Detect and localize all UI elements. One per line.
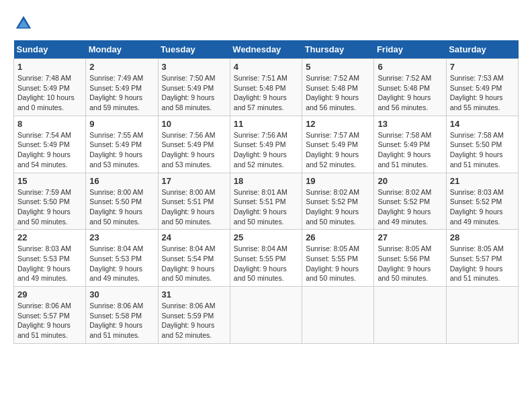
calendar-cell: 18 Sunrise: 8:01 AM Sunset: 5:51 PM Dayl… [230,173,302,230]
day-info: Sunrise: 8:06 AM Sunset: 5:59 PM Dayligh… [162,301,226,340]
day-number: 13 [378,119,442,129]
day-number: 28 [450,232,515,242]
calendar-cell: 8 Sunrise: 7:54 AM Sunset: 5:49 PM Dayli… [14,116,86,173]
day-number: 7 [450,62,515,72]
calendar-cell: 26 Sunrise: 8:05 AM Sunset: 5:55 PM Dayl… [302,230,374,287]
calendar-week-row: 1 Sunrise: 7:48 AM Sunset: 5:49 PM Dayli… [14,59,519,116]
day-info: Sunrise: 8:04 AM Sunset: 5:53 PM Dayligh… [89,244,154,283]
calendar-cell: 29 Sunrise: 8:06 AM Sunset: 5:57 PM Dayl… [14,287,86,344]
calendar-cell: 12 Sunrise: 7:57 AM Sunset: 5:49 PM Dayl… [302,116,374,173]
day-info: Sunrise: 8:05 AM Sunset: 5:56 PM Dayligh… [378,244,442,283]
calendar-cell [446,287,518,344]
day-info: Sunrise: 7:50 AM Sunset: 5:49 PM Dayligh… [162,73,226,113]
day-info: Sunrise: 8:01 AM Sunset: 5:51 PM Dayligh… [234,187,298,227]
calendar-cell: 24 Sunrise: 8:04 AM Sunset: 5:54 PM Dayl… [158,230,230,287]
day-info: Sunrise: 8:00 AM Sunset: 5:50 PM Dayligh… [89,187,154,227]
calendar-cell: 14 Sunrise: 7:58 AM Sunset: 5:50 PM Dayl… [446,116,518,173]
day-info: Sunrise: 8:02 AM Sunset: 5:52 PM Dayligh… [306,187,370,227]
calendar-cell: 15 Sunrise: 7:59 AM Sunset: 5:50 PM Dayl… [14,173,86,230]
calendar-body: 1 Sunrise: 7:48 AM Sunset: 5:49 PM Dayli… [14,59,519,344]
day-info: Sunrise: 7:56 AM Sunset: 5:49 PM Dayligh… [162,130,226,170]
day-number: 21 [450,176,515,186]
calendar-cell: 30 Sunrise: 8:06 AM Sunset: 5:58 PM Dayl… [86,287,158,344]
day-info: Sunrise: 7:49 AM Sunset: 5:49 PM Dayligh… [89,73,154,113]
day-number: 10 [162,119,226,129]
day-info: Sunrise: 7:52 AM Sunset: 5:48 PM Dayligh… [306,73,370,113]
calendar-cell: 22 Sunrise: 8:03 AM Sunset: 5:53 PM Dayl… [14,230,86,287]
day-info: Sunrise: 7:52 AM Sunset: 5:48 PM Dayligh… [378,73,442,113]
calendar-cell: 7 Sunrise: 7:53 AM Sunset: 5:49 PM Dayli… [446,59,518,116]
day-number: 22 [17,232,82,242]
day-info: Sunrise: 7:56 AM Sunset: 5:49 PM Dayligh… [234,130,298,170]
day-number: 31 [162,289,226,300]
day-header: Monday [86,40,158,59]
day-number: 4 [234,62,298,72]
day-number: 11 [234,119,298,129]
day-number: 20 [378,176,442,186]
day-number: 15 [17,176,82,186]
calendar-cell: 9 Sunrise: 7:55 AM Sunset: 5:49 PM Dayli… [86,116,158,173]
calendar-cell: 17 Sunrise: 8:00 AM Sunset: 5:51 PM Dayl… [158,173,230,230]
day-number: 19 [306,176,370,186]
day-number: 17 [162,176,226,186]
day-number: 16 [89,176,154,186]
calendar-header-row: SundayMondayTuesdayWednesdayThursdayFrid… [14,40,519,59]
day-number: 1 [17,62,82,72]
calendar-cell: 2 Sunrise: 7:49 AM Sunset: 5:49 PM Dayli… [86,59,158,116]
day-number: 9 [89,119,154,129]
calendar-cell: 1 Sunrise: 7:48 AM Sunset: 5:49 PM Dayli… [14,59,86,116]
calendar-cell: 10 Sunrise: 7:56 AM Sunset: 5:49 PM Dayl… [158,116,230,173]
calendar-cell: 16 Sunrise: 8:00 AM Sunset: 5:50 PM Dayl… [86,173,158,230]
day-info: Sunrise: 8:04 AM Sunset: 5:55 PM Dayligh… [234,244,298,283]
calendar-cell: 25 Sunrise: 8:04 AM Sunset: 5:55 PM Dayl… [230,230,302,287]
day-info: Sunrise: 7:53 AM Sunset: 5:49 PM Dayligh… [450,73,515,113]
calendar-week-row: 8 Sunrise: 7:54 AM Sunset: 5:49 PM Dayli… [14,116,519,173]
day-number: 12 [306,119,370,129]
day-info: Sunrise: 8:05 AM Sunset: 5:55 PM Dayligh… [306,244,370,283]
day-info: Sunrise: 7:59 AM Sunset: 5:50 PM Dayligh… [17,187,82,227]
day-number: 8 [17,119,82,129]
day-number: 25 [234,232,298,242]
calendar-cell: 28 Sunrise: 8:05 AM Sunset: 5:57 PM Dayl… [446,230,518,287]
calendar-cell: 4 Sunrise: 7:51 AM Sunset: 5:48 PM Dayli… [230,59,302,116]
calendar-cell [302,287,374,344]
day-number: 14 [450,119,515,129]
day-info: Sunrise: 8:06 AM Sunset: 5:57 PM Dayligh… [17,301,82,340]
calendar-cell: 11 Sunrise: 7:56 AM Sunset: 5:49 PM Dayl… [230,116,302,173]
day-number: 29 [17,289,82,300]
calendar-cell: 13 Sunrise: 7:58 AM Sunset: 5:49 PM Dayl… [374,116,446,173]
day-info: Sunrise: 8:00 AM Sunset: 5:51 PM Dayligh… [162,187,226,227]
day-info: Sunrise: 8:03 AM Sunset: 5:53 PM Dayligh… [17,244,82,283]
day-header: Wednesday [230,40,302,59]
day-number: 3 [162,62,226,72]
day-info: Sunrise: 7:51 AM Sunset: 5:48 PM Dayligh… [234,73,298,113]
calendar-cell: 5 Sunrise: 7:52 AM Sunset: 5:48 PM Dayli… [302,59,374,116]
day-number: 6 [378,62,442,72]
day-info: Sunrise: 8:06 AM Sunset: 5:58 PM Dayligh… [89,301,154,340]
calendar-week-row: 15 Sunrise: 7:59 AM Sunset: 5:50 PM Dayl… [14,173,519,230]
day-header: Thursday [302,40,374,59]
day-info: Sunrise: 7:58 AM Sunset: 5:50 PM Dayligh… [450,130,515,170]
day-number: 27 [378,232,442,242]
logo [13,13,36,34]
calendar-table: SundayMondayTuesdayWednesdayThursdayFrid… [13,40,519,344]
logo-icon [13,13,34,34]
calendar-cell: 31 Sunrise: 8:06 AM Sunset: 5:59 PM Dayl… [158,287,230,344]
calendar-cell: 23 Sunrise: 8:04 AM Sunset: 5:53 PM Dayl… [86,230,158,287]
calendar-cell: 20 Sunrise: 8:02 AM Sunset: 5:52 PM Dayl… [374,173,446,230]
day-info: Sunrise: 7:54 AM Sunset: 5:49 PM Dayligh… [17,130,82,170]
calendar-cell: 6 Sunrise: 7:52 AM Sunset: 5:48 PM Dayli… [374,59,446,116]
day-info: Sunrise: 7:58 AM Sunset: 5:49 PM Dayligh… [378,130,442,170]
day-info: Sunrise: 7:57 AM Sunset: 5:49 PM Dayligh… [306,130,370,170]
day-header: Tuesday [158,40,230,59]
day-info: Sunrise: 7:55 AM Sunset: 5:49 PM Dayligh… [89,130,154,170]
day-info: Sunrise: 8:02 AM Sunset: 5:52 PM Dayligh… [378,187,442,227]
day-header: Sunday [14,40,86,59]
day-number: 24 [162,232,226,242]
calendar-cell: 19 Sunrise: 8:02 AM Sunset: 5:52 PM Dayl… [302,173,374,230]
day-number: 30 [89,289,154,300]
day-number: 18 [234,176,298,186]
calendar-week-row: 22 Sunrise: 8:03 AM Sunset: 5:53 PM Dayl… [14,230,519,287]
day-number: 2 [89,62,154,72]
day-info: Sunrise: 8:03 AM Sunset: 5:52 PM Dayligh… [450,187,515,227]
